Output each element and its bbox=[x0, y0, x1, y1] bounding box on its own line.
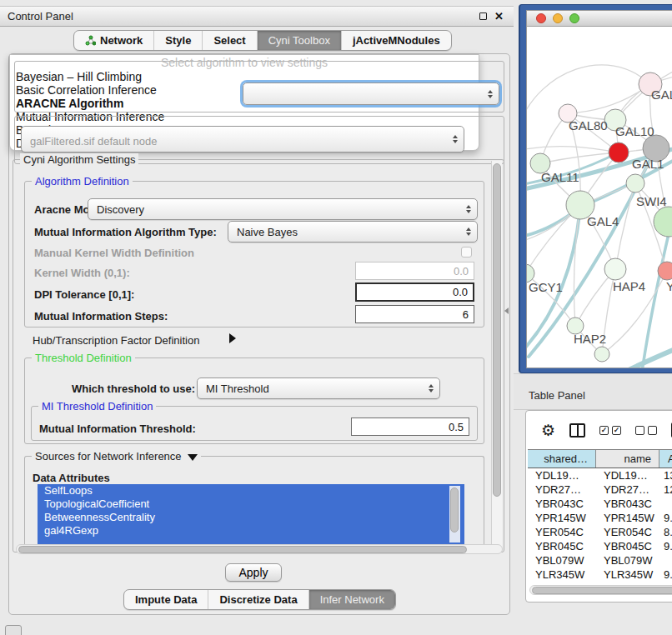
tab-impute-data[interactable]: Impute Data bbox=[124, 590, 208, 609]
table-cell: YIL052C bbox=[528, 582, 596, 583]
settings-horizontal-scrollbar[interactable] bbox=[16, 544, 503, 554]
tab-style[interactable]: Style bbox=[154, 31, 203, 50]
table-cell: YBL079W bbox=[528, 553, 596, 568]
data-attributes-list[interactable]: SelfLoopsTopologicalCoefficientBetweenne… bbox=[38, 484, 464, 544]
network-node-hap4[interactable] bbox=[604, 258, 626, 280]
network-node-swi4[interactable] bbox=[626, 174, 644, 192]
close-icon[interactable]: ✕ bbox=[494, 11, 504, 22]
table-panel-header: Table Panel bbox=[514, 373, 672, 410]
network-node-label: GAL1 bbox=[632, 157, 664, 171]
table-cell: 9. bbox=[659, 568, 672, 582]
table-row[interactable]: YBR043CYBR043C bbox=[528, 497, 672, 511]
data-table-combo[interactable]: galFiltered.sif default node bbox=[21, 126, 464, 152]
mi-type-combo[interactable]: Naive Bayes bbox=[228, 221, 478, 242]
network-node-y_node[interactable] bbox=[658, 262, 672, 280]
bottom-tabbar: Impute DataDiscretize DataInfer Network bbox=[123, 589, 396, 610]
settings-vscroll-thumb[interactable] bbox=[493, 163, 501, 497]
mi-threshold-field[interactable] bbox=[351, 418, 469, 436]
data-attribute-item-selected[interactable]: gal4RGexp bbox=[38, 524, 464, 538]
threshold-definition-legend: Threshold Definition bbox=[32, 352, 135, 364]
which-threshold-value: MI Threshold bbox=[206, 382, 269, 395]
tab-discretize-data[interactable]: Discretize Data bbox=[208, 590, 308, 609]
tab-select[interactable]: Select bbox=[203, 31, 257, 50]
screen: Control Panel ✕ NetworkStyleSelectCyni T… bbox=[0, 0, 672, 635]
tab-cyni-toolbox[interactable]: Cyni Toolbox bbox=[258, 31, 342, 50]
apply-button[interactable]: Apply bbox=[225, 563, 282, 582]
table-row[interactable]: YIL052CYIL052C0. bbox=[528, 582, 672, 583]
network-view-inner: GALGAL80GAL10GAL1GAL11SWI4GAL4GCY1HAP4YH… bbox=[526, 10, 672, 368]
table-cell bbox=[659, 497, 672, 511]
float-window-icon[interactable] bbox=[479, 12, 487, 20]
network-node-label: GAL bbox=[651, 88, 672, 102]
data-attribute-item-selected[interactable]: TopologicalCoefficient bbox=[38, 498, 464, 511]
table-cell: YLR345W bbox=[528, 568, 596, 582]
table-row[interactable]: YPR145WYPR145W9. bbox=[528, 511, 672, 525]
table-row[interactable]: YLR345WYLR345W9. bbox=[528, 568, 672, 582]
network-node-gal1[interactable] bbox=[609, 142, 629, 162]
table-hscroll-thumb[interactable] bbox=[532, 587, 672, 594]
network-node-green_right[interactable] bbox=[654, 207, 672, 237]
which-threshold-combo[interactable]: MI Threshold bbox=[197, 378, 440, 399]
mi-threshold-label: Mutual Information Threshold: bbox=[39, 422, 196, 435]
dpi-tolerance-field[interactable] bbox=[355, 282, 474, 302]
which-threshold-label: Which threshold to use: bbox=[72, 382, 195, 395]
column-header-a[interactable]: A bbox=[659, 450, 672, 468]
network-view-window[interactable]: GALGAL80GAL10GAL1GAL11SWI4GAL4GCY1HAP4YH… bbox=[519, 4, 672, 373]
control-panel-tabbar: NetworkStyleSelectCyni ToolboxjActiveMNo… bbox=[73, 30, 452, 51]
minimize-traffic-light-icon[interactable] bbox=[553, 13, 563, 23]
table-cell: YDR27… bbox=[528, 482, 596, 497]
table-cell: 0. bbox=[659, 582, 672, 583]
mi-type-label: Mutual Information Algorithm Type: bbox=[34, 226, 217, 238]
sources-collapse-arrow-icon[interactable] bbox=[188, 454, 198, 461]
settings-vertical-scrollbar[interactable] bbox=[491, 161, 502, 551]
network-node-label: GAL4 bbox=[587, 214, 619, 228]
split-columns-icon[interactable] bbox=[569, 423, 585, 438]
data-attribute-item-selected[interactable]: BetweennessCentrality bbox=[38, 511, 464, 524]
table-horizontal-scrollbar[interactable] bbox=[529, 585, 672, 595]
column-header-shared-name[interactable]: shared… bbox=[528, 450, 596, 468]
splitter-handle-icon[interactable] bbox=[504, 308, 509, 314]
tab-jactivemnodules[interactable]: jActiveMNodules bbox=[342, 31, 451, 50]
table-row[interactable]: YBR045CYBR045C9. bbox=[528, 539, 672, 553]
control-panel-title: Control Panel bbox=[0, 10, 73, 22]
network-canvas-svg[interactable]: GALGAL80GAL10GAL1GAL11SWI4GAL4GCY1HAP4YH… bbox=[527, 27, 672, 368]
select-all-icon[interactable]: ✓✓ bbox=[599, 426, 621, 435]
table-panel-box: ⚙ ✓✓ shared… name A YDL19…YDL19…13YDR27…… bbox=[525, 410, 672, 602]
attributes-scrollbar-thumb[interactable] bbox=[450, 488, 459, 532]
network-icon bbox=[85, 35, 96, 46]
table-cell: YER054C bbox=[596, 525, 659, 539]
manual-kernel-checkbox bbox=[461, 247, 472, 258]
network-node-green_bottom[interactable] bbox=[594, 347, 609, 362]
table-toolbar: ⚙ ✓✓ bbox=[526, 411, 672, 449]
gear-icon[interactable]: ⚙ bbox=[541, 422, 555, 438]
data-attribute-item-selected[interactable]: SelfLoops bbox=[38, 484, 464, 498]
close-traffic-light-icon[interactable] bbox=[536, 13, 546, 23]
hub-expand-arrow-icon[interactable] bbox=[229, 333, 236, 343]
table-row[interactable]: YDL19…YDL19…13 bbox=[528, 468, 672, 482]
mi-steps-field[interactable] bbox=[355, 305, 474, 323]
network-node-label: GAL80 bbox=[569, 118, 608, 132]
hub-definition-label[interactable]: Hub/Transcription Factor Definition bbox=[33, 334, 199, 347]
minimized-panel-icon[interactable] bbox=[5, 625, 22, 635]
zoom-traffic-light-icon[interactable] bbox=[569, 13, 579, 23]
table-cell: YLR345W bbox=[596, 568, 659, 582]
tab-label: Infer Network bbox=[320, 593, 384, 606]
deselect-all-icon[interactable] bbox=[635, 426, 657, 435]
network-node-label: GCY1 bbox=[529, 280, 563, 294]
table-cell: YDR27… bbox=[596, 482, 659, 497]
aracne-mode-combo[interactable]: Discovery bbox=[88, 198, 478, 220]
attributes-scrollbar[interactable] bbox=[449, 486, 460, 542]
table-cell: YDL19… bbox=[596, 468, 659, 482]
table-cell: 9. bbox=[659, 539, 672, 553]
cyni-toolbox-panel: galFiltered.sif default node Select algo… bbox=[8, 53, 510, 615]
table-row[interactable]: YER054CYER054C8. bbox=[528, 525, 672, 539]
network-node-label: HAP4 bbox=[613, 279, 645, 293]
table-row[interactable]: YBL079WYBL079W bbox=[528, 553, 672, 568]
tab-infer-network[interactable]: Infer Network bbox=[309, 590, 395, 609]
settings-hscroll-thumb[interactable] bbox=[18, 546, 467, 553]
algorithm-select-combo[interactable] bbox=[243, 82, 499, 105]
column-header-name[interactable]: name bbox=[596, 450, 659, 468]
tab-label: Style bbox=[165, 34, 191, 47]
tab-network[interactable]: Network bbox=[74, 31, 154, 50]
table-row[interactable]: YDR27…YDR27…12 bbox=[528, 482, 672, 497]
